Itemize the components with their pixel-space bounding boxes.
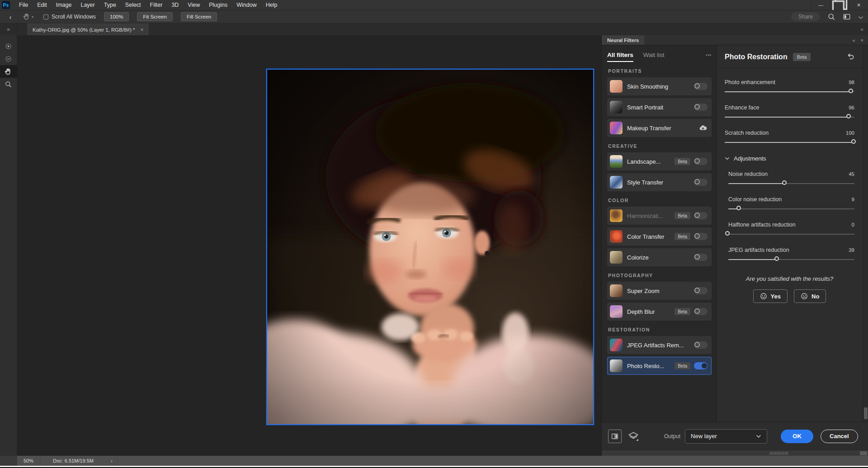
filter-row-photo-resto[interactable]: Photo Resto...Beta (607, 357, 712, 375)
panel-horizontal-scrollbar[interactable] (602, 450, 868, 456)
menu-edit[interactable]: Edit (33, 0, 52, 10)
menu-type[interactable]: Type (99, 0, 121, 10)
menu-view[interactable]: View (183, 0, 204, 10)
menu-filter[interactable]: Filter (146, 0, 167, 10)
filter-row-landscape[interactable]: Landscape...Beta (607, 152, 712, 170)
filter-row-style-transfer[interactable]: Style Transfer (607, 173, 712, 191)
filter-toggle-skin-smoothing[interactable] (694, 83, 708, 90)
filter-row-smart-portrait[interactable]: Smart Portrait (607, 98, 712, 116)
hand-tool-option[interactable]: ▾ (23, 13, 33, 21)
share-button[interactable]: Share (791, 12, 820, 21)
slider-thumb[interactable] (736, 206, 741, 210)
feedback-no-button[interactable]: No (794, 289, 826, 303)
filter-row-makeup-transfer[interactable]: Makeup Transfer (607, 119, 712, 137)
filter-thumbnail (610, 284, 623, 297)
slider-track[interactable] (725, 91, 854, 92)
cancel-button[interactable]: Cancel (821, 430, 858, 443)
back-button[interactable]: ‹ (5, 12, 16, 22)
filter-row-colorize[interactable]: Colorize (607, 248, 712, 266)
filter-toggle-color-transfer[interactable] (694, 233, 708, 240)
filter-row-jpeg-artifacts-rem[interactable]: JPEG Artifacts Rem... (607, 336, 712, 354)
slider-value: 96 (849, 105, 854, 110)
filter-toggle-depth-blur[interactable] (694, 308, 708, 315)
slider-thumb[interactable] (846, 114, 851, 118)
scroll-all-windows-option[interactable]: Scroll All Windows (43, 14, 96, 20)
tab-overflow-button[interactable]: » (0, 24, 17, 35)
zoom-in-tool[interactable] (0, 40, 17, 52)
filter-row-depth-blur[interactable]: Depth BlurBeta (607, 303, 712, 321)
slider-thumb[interactable] (725, 231, 730, 236)
menu-file[interactable]: File (14, 0, 33, 10)
menu-layer[interactable]: Layer (76, 0, 99, 10)
filter-toggle-landscape[interactable] (694, 158, 708, 165)
slider-track[interactable] (728, 234, 854, 235)
filter-list-column: All filters Wait list ••• PORTRAITSSkin … (602, 45, 716, 422)
menu-image[interactable]: Image (52, 0, 76, 10)
filter-toggle-smart-portrait[interactable] (694, 104, 708, 111)
fit-screen-button[interactable]: Fit Screen (137, 12, 172, 21)
adjustments-section-toggle[interactable]: Adjustments (725, 155, 854, 162)
close-panel-icon[interactable]: × (861, 38, 863, 43)
search-icon[interactable] (827, 13, 835, 21)
restore-button[interactable] (830, 0, 849, 10)
slider-track[interactable] (728, 183, 854, 184)
workspace-icon[interactable] (843, 13, 851, 21)
filter-label: Style Transfer (627, 179, 694, 186)
minimize-button[interactable]: — (811, 0, 830, 10)
detail-scrollbar[interactable] (863, 45, 868, 422)
close-window-button[interactable]: × (849, 0, 868, 10)
filter-toggle-style-transfer[interactable] (694, 179, 708, 186)
collapse-docks-button[interactable]: « (860, 24, 868, 35)
filter-row-color-transfer[interactable]: Color TransferBeta (607, 227, 712, 246)
zoom-100-button[interactable]: 100% (104, 12, 129, 21)
reset-filter-icon[interactable] (845, 52, 854, 61)
slider-thumb[interactable] (849, 89, 853, 93)
slider-track[interactable] (725, 142, 854, 143)
panel-menu-icon[interactable]: ••• (706, 53, 712, 61)
zoom-tool[interactable] (0, 78, 17, 90)
menu-help[interactable]: Help (261, 0, 282, 10)
section-title-photography: PHOTOGRAPHY (608, 273, 711, 278)
slider-track[interactable] (728, 259, 854, 260)
fill-screen-button[interactable]: Fill Screen (181, 12, 217, 21)
slider-track[interactable] (728, 208, 854, 209)
chevron-down-icon[interactable] (858, 14, 863, 19)
cloud-download-icon[interactable] (698, 123, 708, 132)
feedback-yes-button[interactable]: Yes (753, 289, 788, 303)
filter-toggle-super-zoom[interactable] (694, 287, 708, 294)
smiley-icon (760, 293, 767, 300)
menu-plugins[interactable]: Plugins (204, 0, 232, 10)
preview-toggle-button[interactable] (608, 430, 622, 443)
status-zoom-level[interactable]: 50% (17, 456, 40, 466)
collapse-panel-icon[interactable]: « (852, 38, 855, 43)
filter-row-super-zoom[interactable]: Super Zoom (607, 282, 712, 300)
menu-3d[interactable]: 3D (167, 0, 183, 10)
scroll-all-windows-checkbox[interactable] (43, 14, 48, 19)
slider-track[interactable] (725, 117, 854, 118)
filter-toggle-photo-resto[interactable] (694, 362, 708, 369)
zoom-out-tool[interactable] (0, 52, 17, 65)
slider-thumb[interactable] (782, 180, 787, 185)
slider-thumb[interactable] (774, 256, 779, 261)
photoshop-logo: Ps (2, 1, 10, 9)
hand-tool[interactable] (0, 65, 17, 78)
filter-toggle-colorize[interactable] (694, 254, 708, 261)
output-select[interactable]: New layer (685, 429, 767, 444)
filter-row-harmonizati[interactable]: Harmonizati...Beta (607, 207, 712, 225)
slider-thumb[interactable] (851, 139, 856, 144)
show-layers-button[interactable] (628, 431, 639, 442)
ok-button[interactable]: OK (781, 430, 813, 443)
document-canvas[interactable] (266, 69, 594, 425)
filter-toggle-jpeg-artifacts-rem[interactable] (694, 341, 708, 349)
status-options-chevron[interactable]: › (106, 456, 118, 466)
canvas-area[interactable] (17, 35, 601, 456)
tab-wait-list[interactable]: Wait list (643, 52, 665, 62)
filter-row-skin-smoothing[interactable]: Skin Smoothing (607, 77, 712, 95)
filter-toggle-harmonizati[interactable] (694, 212, 708, 219)
split-preview-icon (611, 432, 619, 440)
menu-select[interactable]: Select (121, 0, 146, 10)
close-tab-icon[interactable]: × (140, 27, 143, 33)
menu-window[interactable]: Window (232, 0, 261, 10)
tab-all-filters[interactable]: All filters (607, 52, 633, 62)
document-tab[interactable]: Kathy-ORIG.jpg @ 50% (Layer 1, RGB/8#) *… (27, 24, 149, 35)
